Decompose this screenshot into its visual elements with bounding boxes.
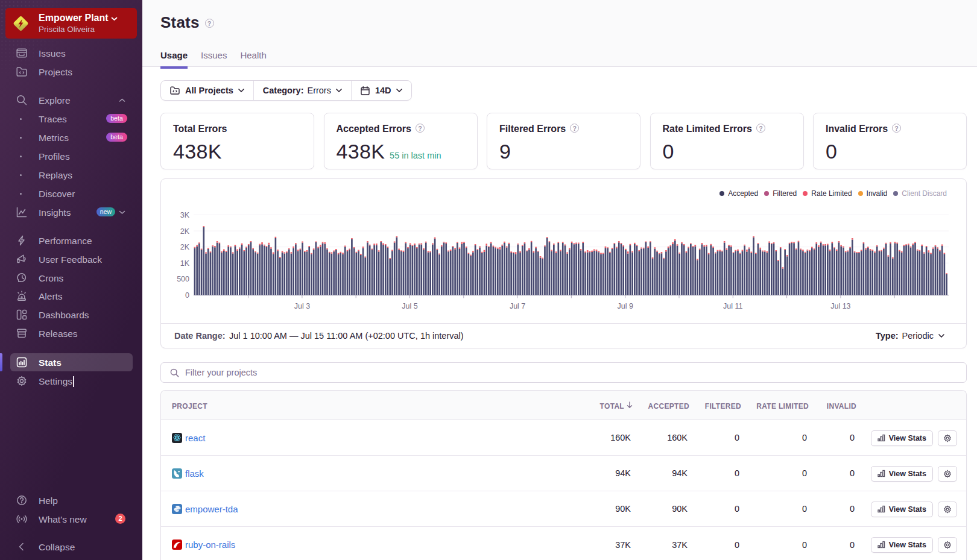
svg-text:500: 500	[177, 275, 189, 283]
svg-text:Jul 11: Jul 11	[723, 302, 742, 310]
svg-text:Jul 5: Jul 5	[402, 302, 417, 310]
svg-text:2K: 2K	[180, 227, 190, 236]
svg-text:3K: 3K	[180, 211, 190, 219]
svg-text:0: 0	[185, 291, 189, 300]
svg-text:Jul 13: Jul 13	[830, 302, 850, 310]
svg-text:Jul 7: Jul 7	[510, 302, 525, 310]
svg-text:1K: 1K	[180, 259, 190, 268]
svg-text:2K: 2K	[180, 243, 190, 251]
svg-text:Jul 3: Jul 3	[294, 302, 310, 310]
svg-text:Jul 9: Jul 9	[617, 302, 633, 310]
